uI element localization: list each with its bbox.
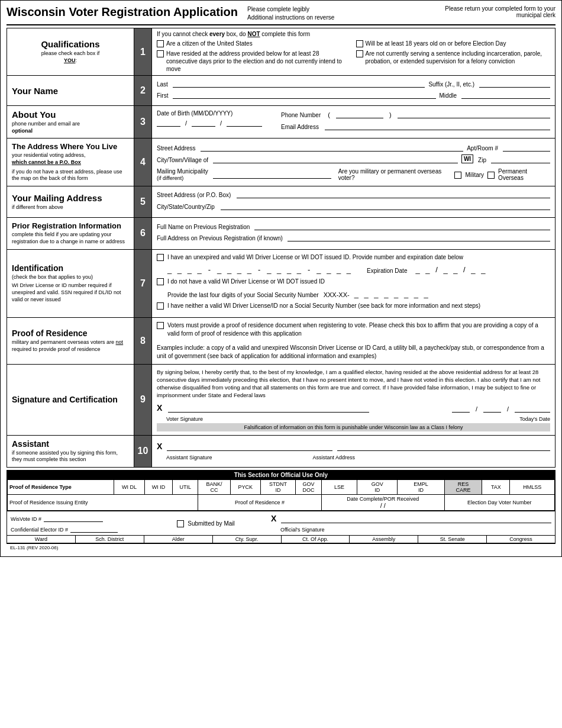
middle-name-field[interactable] <box>461 91 550 99</box>
prior-name-field[interactable] <box>254 222 550 230</box>
prior-registration-section: Prior Registration Information complete … <box>7 218 555 249</box>
qual-checkbox-4[interactable] <box>356 50 363 57</box>
voter-sig-label: Voter Signature <box>166 416 203 422</box>
assistant-sig-field[interactable] <box>167 443 332 451</box>
address-sub2: if you do not have a street address, ple… <box>12 169 129 182</box>
prior-address-field[interactable] <box>288 233 550 241</box>
qual-check-2: Will be at least 18 years old on or befo… <box>356 40 551 47</box>
mailing-city-label: City/State/Country/Zip <box>157 204 215 210</box>
about-dob: Date of Birth (MM/DD/YYYY) / / <box>157 110 275 134</box>
military-checkbox[interactable] <box>454 172 461 179</box>
proof-of-residence-content: Voters must provide a proof of residence… <box>152 318 555 364</box>
proof-of-residence-section: Proof of Residence military and permanen… <box>7 318 555 365</box>
about-you-section: About You phone number and email are opt… <box>7 106 555 138</box>
mailing-muni-field[interactable] <box>213 170 331 179</box>
section-number-7: 7 <box>134 250 152 317</box>
id-check-2-text: I do not have a valid WI Driver License … <box>167 278 325 286</box>
empl-id-cell: EMPLID <box>398 480 444 495</box>
mailing-city-field[interactable] <box>221 202 550 210</box>
footer-note: EL-131 (REV 2020-06) <box>7 543 555 552</box>
section-number-4: 4 <box>134 138 152 186</box>
dob-day[interactable] <box>192 118 215 127</box>
prior-registration-title: Prior Registration Information <box>12 221 121 230</box>
apt-field[interactable] <box>503 143 550 152</box>
date-day[interactable] <box>483 404 501 413</box>
qual-checkbox-1[interactable] <box>157 40 164 47</box>
mailing-address-content: Street Address (or P.O. Box) City/State/… <box>152 186 555 217</box>
last-name-field[interactable] <box>173 79 425 88</box>
about-you-label: About You phone number and email are opt… <box>7 106 134 138</box>
wi-dl-cell: WI DL <box>114 480 145 495</box>
assistant-address-field[interactable] <box>337 443 550 451</box>
voter-sig-field[interactable] <box>168 404 369 413</box>
mailing-street-label: Street Address (or P.O. Box) <box>157 192 231 198</box>
confidential-row: Confidential Elector ID # <box>11 524 141 533</box>
phone-number[interactable] <box>398 110 550 118</box>
date-month[interactable] <box>452 404 470 413</box>
gov-doc-cell: GOVDOC <box>296 480 322 495</box>
zip-field[interactable] <box>491 155 550 163</box>
ward-cell-sch: Sch. District <box>76 536 144 543</box>
mailing-city-row: City/State/Country/Zip <box>157 202 550 210</box>
email-row: Email Address <box>281 122 550 130</box>
qual-top-note: If you cannot check every box, do NOT co… <box>157 31 550 37</box>
prior-registration-sub: complete this field if you are updating … <box>12 231 129 245</box>
confidential-field[interactable] <box>70 524 118 533</box>
qual-checkbox-3[interactable] <box>157 50 164 57</box>
officials-sig-field[interactable] <box>281 515 551 523</box>
qualifications-content: If you cannot check every box, do NOT co… <box>152 28 555 75</box>
officials-x: X <box>271 514 276 523</box>
prior-registration-label: Prior Registration Information complete … <box>7 218 134 249</box>
ward-cell-alder: Alder <box>144 536 213 543</box>
identification-title: Identification <box>12 263 63 273</box>
official-table-row-2: Proof of Residence Issuing Entity Proof … <box>8 495 555 511</box>
prior-name-label: Full Name on Previous Registration <box>157 224 250 230</box>
qualifications-title: Qualifications <box>41 39 99 49</box>
submitted-mail-checkbox[interactable] <box>177 520 184 527</box>
suffix-label: Suffix (Jr., II, etc.) <box>428 81 474 88</box>
id-checkbox-1[interactable] <box>157 254 164 261</box>
mailing-muni-label: Mailing Municipality (if different) <box>157 168 208 181</box>
dob-month[interactable] <box>157 118 180 127</box>
overseas-checkbox[interactable] <box>487 172 495 179</box>
about-phone-email: Phone Number ( ) Email Address <box>281 110 550 134</box>
wisvote-field[interactable] <box>44 514 103 522</box>
cert-text: By signing below, I hereby certify that,… <box>157 368 550 400</box>
phone-label: Phone Number <box>281 112 321 118</box>
lse-cell: LSE <box>321 480 357 495</box>
id-check-row-1: I have an unexpired and valid WI Driver … <box>157 253 550 262</box>
sig-x: X <box>157 403 162 413</box>
id-checkbox-3[interactable] <box>157 302 164 310</box>
street-field[interactable] <box>201 143 464 152</box>
military-question: Are you military or permanent overseas v… <box>338 168 451 181</box>
first-label: First <box>157 92 168 99</box>
dob-year[interactable] <box>227 118 262 127</box>
qualifications-section: Qualifications please check each box if … <box>7 28 555 76</box>
id-check-1-text: I have an unexpired and valid WI Driver … <box>167 253 463 262</box>
address-sub: your residential voting address, which c… <box>12 152 86 166</box>
dl-number-row: _ _ _ _ - _ _ _ _ - _ _ _ _ - _ _ _ _ Ex… <box>167 265 550 274</box>
address-section: The Address Where You Live your resident… <box>7 138 555 186</box>
email-field[interactable] <box>325 122 550 130</box>
suffix-field[interactable] <box>479 79 550 88</box>
city-field[interactable] <box>213 155 458 163</box>
signature-title: Signature and Certification <box>12 395 118 404</box>
sig-line-row: X / / <box>157 403 550 413</box>
phone-area[interactable] <box>336 110 383 118</box>
ssn-label: Provide the last four digits of your Soc… <box>167 292 319 298</box>
id-checkbox-2[interactable] <box>157 278 164 285</box>
address-label: The Address Where You Live your resident… <box>7 138 134 186</box>
header-instructions: Please complete legibly Additional instr… <box>247 5 425 22</box>
qual-checkbox-2[interactable] <box>356 40 363 47</box>
your-name-label: Your Name <box>7 76 134 105</box>
first-name-field[interactable] <box>173 91 435 99</box>
identification-section: Identification (check the box that appli… <box>7 250 555 318</box>
mailing-address-sub: if different from above <box>12 204 63 211</box>
date-year[interactable] <box>515 404 550 413</box>
qualifications-sub: please check each box if YOU: <box>41 50 100 64</box>
stdnt-id-cell: STDNTID <box>260 480 296 495</box>
mailing-street-field[interactable] <box>237 190 550 198</box>
id-check-3-text: I have neither a valid WI Driver License… <box>167 302 480 310</box>
military-label: Military <box>465 172 484 178</box>
por-checkbox[interactable] <box>157 322 164 329</box>
